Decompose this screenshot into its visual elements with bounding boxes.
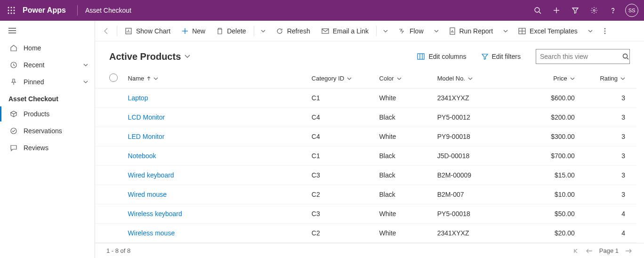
cell-color: Black	[376, 146, 434, 166]
sidebar-item-pinned[interactable]: Pinned	[0, 73, 95, 90]
more-commands[interactable]	[600, 27, 610, 35]
grid-footer: 1 - 8 of 8 Page 1	[95, 243, 644, 258]
content-area: Show Chart New Delete Refresh Email a Li…	[95, 21, 644, 258]
row-select[interactable]	[95, 146, 124, 166]
next-page-button[interactable]	[624, 248, 633, 254]
app-launcher-icon[interactable]	[4, 3, 19, 18]
table-row[interactable]: Wireless mouseC2White2341XYXZ$20.004	[95, 224, 636, 243]
cell-model: J5D-00018	[434, 146, 511, 166]
sort-asc-icon	[147, 76, 151, 81]
svg-point-28	[604, 28, 605, 29]
chevron-down-icon	[153, 77, 158, 80]
command-label: Excel Templates	[530, 27, 578, 35]
record-link[interactable]: Laptop	[128, 94, 148, 102]
sidebar-item-recent[interactable]: Recent	[0, 56, 95, 73]
column-header-name[interactable]: Name	[124, 69, 308, 89]
cell-name: Wired mouse	[124, 185, 308, 204]
cell-model: 2341XYXZ	[434, 224, 511, 243]
delete-button[interactable]: Delete	[212, 24, 250, 39]
table-row[interactable]: NotebookC1BlackJ5D-00018$700.003	[95, 146, 636, 166]
email-link-button[interactable]: Email a Link	[317, 24, 373, 39]
column-header-category[interactable]: Category ID	[308, 69, 376, 89]
table-row[interactable]: LCD MonitorC4BlackPY5-00012$200.003	[95, 108, 636, 127]
cell-name: LED Monitor	[124, 127, 308, 146]
table-row[interactable]: Wired keyboardC3BlackB2M-00009$15.003	[95, 166, 636, 185]
run-report-button[interactable]: Run Report	[444, 24, 498, 39]
table-row[interactable]: LED MonitorC4WhitePY9-00018$300.003	[95, 127, 636, 146]
back-button[interactable]	[99, 27, 114, 35]
row-select[interactable]	[95, 89, 124, 108]
table-row[interactable]: Wireless keyboardC3WhitePY5-00018$50.004	[95, 204, 636, 224]
cell-color: Black	[376, 166, 434, 185]
email-dropdown[interactable]	[379, 30, 392, 32]
help-icon[interactable]	[604, 0, 622, 21]
search-view-box[interactable]	[536, 49, 630, 64]
svg-rect-23	[322, 29, 329, 33]
row-select[interactable]	[95, 204, 124, 224]
row-select[interactable]	[95, 127, 124, 146]
sidebar-item-reviews[interactable]: Reviews	[0, 139, 95, 156]
cell-name: Wireless keyboard	[124, 204, 308, 224]
sidebar-toggle[interactable]	[0, 22, 95, 40]
delete-dropdown[interactable]	[257, 30, 269, 32]
column-label: Price	[553, 75, 567, 82]
add-icon[interactable]	[547, 0, 566, 21]
row-select[interactable]	[95, 224, 124, 243]
record-link[interactable]: LCD Monitor	[128, 113, 165, 121]
column-header-model[interactable]: Model No.	[434, 69, 511, 89]
column-header-rating[interactable]: Rating	[579, 69, 636, 89]
sidebar-item-products[interactable]: Products	[0, 105, 95, 122]
edit-filters-button[interactable]: Edit filters	[478, 51, 524, 62]
record-link[interactable]: Notebook	[128, 152, 156, 160]
edit-columns-button[interactable]: Edit columns	[413, 51, 470, 62]
cell-rating: 3	[579, 89, 636, 108]
record-link[interactable]: Wired keyboard	[128, 171, 174, 179]
cell-price: $10.00	[511, 185, 579, 204]
row-select[interactable]	[95, 166, 124, 185]
column-label: Category ID	[312, 75, 344, 82]
record-link[interactable]: LED Monitor	[128, 133, 165, 140]
excel-dropdown[interactable]	[584, 30, 596, 32]
cell-name: LCD Monitor	[124, 108, 308, 127]
row-select[interactable]	[95, 108, 124, 127]
global-header: Power Apps Asset Checkout SS	[0, 0, 644, 21]
first-page-button[interactable]	[572, 247, 580, 255]
settings-icon[interactable]	[585, 0, 604, 21]
search-icon[interactable]	[528, 0, 547, 21]
flow-dropdown[interactable]	[430, 30, 443, 32]
svg-point-4	[11, 10, 12, 11]
cell-name: Wired keyboard	[124, 166, 308, 185]
record-link[interactable]: Wireless mouse	[128, 229, 175, 237]
svg-point-8	[14, 13, 15, 14]
environment-name[interactable]: Asset Checkout	[85, 7, 131, 14]
products-table: Name Category ID Color Model No	[95, 69, 636, 243]
cell-rating: 3	[579, 185, 636, 204]
chevron-down-icon	[347, 77, 352, 80]
pager: Page 1	[572, 247, 633, 255]
refresh-button[interactable]: Refresh	[271, 24, 315, 39]
table-row[interactable]: Wired mouseC2BlackB2M-007$10.003	[95, 185, 636, 204]
row-select[interactable]	[95, 185, 124, 204]
show-chart-button[interactable]: Show Chart	[120, 24, 175, 39]
filter-icon[interactable]	[566, 0, 585, 21]
view-selector[interactable]: Active Products	[109, 51, 190, 62]
excel-icon	[518, 28, 526, 34]
search-input[interactable]	[540, 53, 622, 60]
flow-button[interactable]: Flow	[394, 24, 428, 39]
report-dropdown[interactable]	[499, 30, 512, 32]
new-button[interactable]: New	[177, 24, 210, 39]
select-all-header[interactable]	[95, 69, 124, 89]
sidebar-item-label: Home	[24, 44, 41, 52]
excel-templates-button[interactable]: Excel Templates	[514, 24, 582, 39]
sidebar-item-reservations[interactable]: Reservations	[0, 122, 95, 139]
table-row[interactable]: LaptopC1White2341XYXZ$600.003	[95, 89, 636, 108]
user-avatar[interactable]: SS	[625, 4, 638, 17]
record-link[interactable]: Wired mouse	[128, 191, 167, 198]
column-header-price[interactable]: Price	[511, 69, 579, 89]
cell-rating: 3	[579, 166, 636, 185]
column-header-color[interactable]: Color	[376, 69, 434, 89]
cell-name: Notebook	[124, 146, 308, 166]
sidebar-item-home[interactable]: Home	[0, 40, 95, 56]
prev-page-button[interactable]	[585, 248, 594, 254]
record-link[interactable]: Wireless keyboard	[128, 210, 182, 218]
